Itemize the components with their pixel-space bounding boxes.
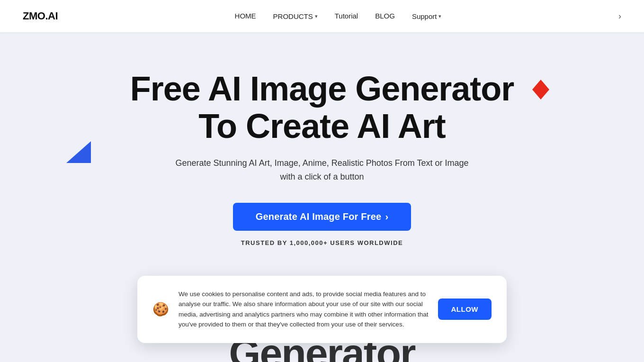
deco-red-shape bbox=[532, 80, 549, 100]
deco-blue-shape bbox=[66, 141, 91, 163]
nav-dropdown-support[interactable]: Support ▾ bbox=[412, 12, 442, 20]
nav-link-home[interactable]: HOME bbox=[235, 12, 256, 20]
cta-label: Generate AI Image For Free bbox=[256, 211, 382, 222]
chevron-right-icon[interactable]: › bbox=[618, 11, 621, 21]
nav-dropdown-products[interactable]: PRODUCTS ▾ bbox=[273, 12, 318, 20]
generate-cta-button[interactable]: Generate AI Image For Free › bbox=[233, 203, 411, 231]
nav-item-tutorial[interactable]: Tutorial bbox=[335, 12, 358, 20]
nav-link-tutorial[interactable]: Tutorial bbox=[335, 12, 358, 20]
nav-item-support[interactable]: Support ▾ bbox=[412, 12, 442, 20]
hero-title: Free AI Image Generator To Create AI Art bbox=[130, 70, 514, 145]
chevron-down-icon: ▾ bbox=[315, 13, 318, 19]
nav-item-blog[interactable]: BLOG bbox=[375, 12, 395, 20]
nav-link-blog[interactable]: BLOG bbox=[375, 12, 395, 20]
nav-link-products[interactable]: PRODUCTS bbox=[273, 12, 313, 20]
nav-item-products[interactable]: PRODUCTS ▾ bbox=[273, 12, 318, 20]
nav-item-home[interactable]: HOME bbox=[235, 12, 256, 20]
cta-arrow-icon: › bbox=[385, 211, 388, 222]
cookie-banner: 🍪 We use cookies to personalise content … bbox=[137, 276, 507, 343]
hero-section: Free AI Image Generator To Create AI Art… bbox=[0, 32, 644, 275]
trust-text: TRUSTED BY 1,000,000+ USERS WORLDWIDE bbox=[241, 239, 403, 246]
nav-right: › bbox=[618, 11, 621, 21]
cookie-icon: 🍪 bbox=[152, 301, 169, 317]
nav-link-support[interactable]: Support bbox=[412, 12, 437, 20]
cookie-text: We use cookies to personalise content an… bbox=[179, 289, 429, 330]
hero-subtitle-line2: with a click of a button bbox=[280, 172, 364, 181]
navbar: ZMO.AI HOME PRODUCTS ▾ Tutorial BLOG Sup… bbox=[0, 0, 644, 32]
hero-title-line2: To Create AI Art bbox=[198, 107, 445, 145]
cookie-allow-button[interactable]: ALLOW bbox=[438, 299, 492, 320]
chevron-down-icon-support: ▾ bbox=[438, 13, 441, 19]
nav-links: HOME PRODUCTS ▾ Tutorial BLOG Support ▾ bbox=[235, 12, 442, 20]
site-logo[interactable]: ZMO.AI bbox=[23, 10, 58, 22]
hero-subtitle-line1: Generate Stunning AI Art, Image, Anime, … bbox=[176, 158, 469, 168]
hero-subtitle: Generate Stunning AI Art, Image, Anime, … bbox=[176, 156, 469, 184]
hero-title-line1: Free AI Image Generator bbox=[130, 70, 514, 108]
